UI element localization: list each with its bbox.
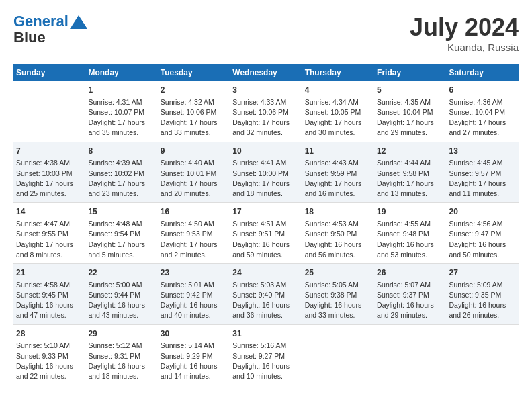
cell-content: Sunrise: 5:01 AM Sunset: 9:42 PM Dayligh… xyxy=(161,280,227,321)
cell-content: Sunrise: 5:07 AM Sunset: 9:37 PM Dayligh… xyxy=(377,280,443,321)
day-header-wednesday: Wednesday xyxy=(230,64,302,81)
cell-content: Sunrise: 5:05 AM Sunset: 9:38 PM Dayligh… xyxy=(305,280,371,321)
cell-content: Sunrise: 4:40 AM Sunset: 10:01 PM Daylig… xyxy=(161,158,227,199)
title-block: July 2024 Kuanda, Russia xyxy=(410,13,519,53)
calendar-cell: 5Sunrise: 4:35 AM Sunset: 10:04 PM Dayli… xyxy=(374,81,446,142)
day-number: 21 xyxy=(16,267,83,279)
cell-content: Sunrise: 5:09 AM Sunset: 9:35 PM Dayligh… xyxy=(449,280,516,321)
cell-content: Sunrise: 4:35 AM Sunset: 10:04 PM Daylig… xyxy=(377,97,443,138)
cell-content: Sunrise: 4:43 AM Sunset: 9:59 PM Dayligh… xyxy=(305,158,371,199)
day-number: 19 xyxy=(377,206,443,218)
calendar-cell: 22Sunrise: 5:00 AM Sunset: 9:44 PM Dayli… xyxy=(85,264,157,325)
calendar-cell: 30Sunrise: 5:14 AM Sunset: 9:29 PM Dayli… xyxy=(158,324,230,385)
calendar-cell: 7Sunrise: 4:38 AM Sunset: 10:03 PM Dayli… xyxy=(13,142,85,203)
calendar-cell: 8Sunrise: 4:39 AM Sunset: 10:02 PM Dayli… xyxy=(85,142,157,203)
calendar-cell: 17Sunrise: 4:51 AM Sunset: 9:51 PM Dayli… xyxy=(230,203,302,264)
calendar-cell: 18Sunrise: 4:53 AM Sunset: 9:50 PM Dayli… xyxy=(302,203,374,264)
cell-content: Sunrise: 5:12 AM Sunset: 9:31 PM Dayligh… xyxy=(88,340,154,381)
day-number: 27 xyxy=(449,267,516,279)
day-number: 4 xyxy=(305,85,371,96)
cell-content: Sunrise: 4:50 AM Sunset: 9:53 PM Dayligh… xyxy=(161,219,227,260)
day-number: 13 xyxy=(449,146,516,157)
day-header-monday: Monday xyxy=(85,64,157,81)
month-title: July 2024 xyxy=(410,13,519,42)
day-number: 22 xyxy=(88,267,154,279)
calendar-cell: 20Sunrise: 4:56 AM Sunset: 9:47 PM Dayli… xyxy=(447,203,519,264)
week-row-3: 14Sunrise: 4:47 AM Sunset: 9:55 PM Dayli… xyxy=(13,203,519,264)
calendar-cell xyxy=(374,324,446,385)
day-number: 12 xyxy=(377,146,443,157)
cell-content: Sunrise: 5:14 AM Sunset: 9:29 PM Dayligh… xyxy=(161,340,227,381)
day-number: 25 xyxy=(305,267,371,279)
week-row-4: 21Sunrise: 4:58 AM Sunset: 9:45 PM Dayli… xyxy=(13,264,519,325)
calendar-cell: 15Sunrise: 4:48 AM Sunset: 9:54 PM Dayli… xyxy=(85,203,157,264)
day-number: 15 xyxy=(88,206,154,218)
day-header-tuesday: Tuesday xyxy=(158,64,230,81)
cell-content: Sunrise: 4:38 AM Sunset: 10:03 PM Daylig… xyxy=(16,158,83,199)
day-number: 2 xyxy=(161,85,227,96)
day-header-friday: Friday xyxy=(374,64,446,81)
cell-content: Sunrise: 4:34 AM Sunset: 10:05 PM Daylig… xyxy=(305,97,371,138)
cell-content: Sunrise: 4:55 AM Sunset: 9:48 PM Dayligh… xyxy=(377,219,443,260)
cell-content: Sunrise: 5:10 AM Sunset: 9:33 PM Dayligh… xyxy=(16,340,83,381)
day-number: 18 xyxy=(305,206,371,218)
cell-content: Sunrise: 5:00 AM Sunset: 9:44 PM Dayligh… xyxy=(88,280,154,321)
cell-content: Sunrise: 4:44 AM Sunset: 9:58 PM Dayligh… xyxy=(377,158,443,199)
calendar-cell: 12Sunrise: 4:44 AM Sunset: 9:58 PM Dayli… xyxy=(374,142,446,203)
day-number: 11 xyxy=(305,146,371,157)
day-number: 3 xyxy=(232,85,299,96)
day-header-thursday: Thursday xyxy=(302,64,374,81)
day-number: 17 xyxy=(232,206,299,218)
calendar-cell: 3Sunrise: 4:33 AM Sunset: 10:06 PM Dayli… xyxy=(230,81,302,142)
calendar-cell xyxy=(302,324,374,385)
calendar-cell: 4Sunrise: 4:34 AM Sunset: 10:05 PM Dayli… xyxy=(302,81,374,142)
cell-content: Sunrise: 4:41 AM Sunset: 10:00 PM Daylig… xyxy=(232,158,299,199)
cell-content: Sunrise: 4:32 AM Sunset: 10:06 PM Daylig… xyxy=(161,97,227,138)
day-number: 10 xyxy=(232,146,299,157)
cell-content: Sunrise: 4:36 AM Sunset: 10:04 PM Daylig… xyxy=(449,97,516,138)
day-number: 7 xyxy=(16,146,83,157)
day-number: 29 xyxy=(88,328,154,340)
calendar-cell: 13Sunrise: 4:45 AM Sunset: 9:57 PM Dayli… xyxy=(447,142,519,203)
day-number: 16 xyxy=(161,206,227,218)
calendar-cell: 16Sunrise: 4:50 AM Sunset: 9:53 PM Dayli… xyxy=(158,203,230,264)
cell-content: Sunrise: 4:39 AM Sunset: 10:02 PM Daylig… xyxy=(88,158,154,199)
cell-content: Sunrise: 4:31 AM Sunset: 10:07 PM Daylig… xyxy=(88,97,154,138)
calendar-cell: 31Sunrise: 5:16 AM Sunset: 9:27 PM Dayli… xyxy=(230,324,302,385)
logo-line2: Blue xyxy=(13,30,87,46)
calendar-cell: 21Sunrise: 4:58 AM Sunset: 9:45 PM Dayli… xyxy=(13,264,85,325)
calendar-cell: 9Sunrise: 4:40 AM Sunset: 10:01 PM Dayli… xyxy=(158,142,230,203)
cell-content: Sunrise: 4:56 AM Sunset: 9:47 PM Dayligh… xyxy=(449,219,516,260)
logo-icon xyxy=(70,15,87,29)
calendar-cell: 6Sunrise: 4:36 AM Sunset: 10:04 PM Dayli… xyxy=(447,81,519,142)
cell-content: Sunrise: 5:03 AM Sunset: 9:40 PM Dayligh… xyxy=(232,280,299,321)
calendar-cell: 28Sunrise: 5:10 AM Sunset: 9:33 PM Dayli… xyxy=(13,324,85,385)
cell-content: Sunrise: 4:45 AM Sunset: 9:57 PM Dayligh… xyxy=(449,158,516,199)
cell-content: Sunrise: 5:16 AM Sunset: 9:27 PM Dayligh… xyxy=(232,340,299,381)
cell-content: Sunrise: 4:47 AM Sunset: 9:55 PM Dayligh… xyxy=(16,219,83,260)
location: Kuanda, Russia xyxy=(410,42,519,53)
day-number: 30 xyxy=(161,328,227,340)
day-header-saturday: Saturday xyxy=(447,64,519,81)
calendar-cell: 24Sunrise: 5:03 AM Sunset: 9:40 PM Dayli… xyxy=(230,264,302,325)
day-number: 5 xyxy=(377,85,443,96)
day-number: 31 xyxy=(232,328,299,340)
day-number: 20 xyxy=(449,206,516,218)
day-number: 24 xyxy=(232,267,299,279)
calendar-cell: 25Sunrise: 5:05 AM Sunset: 9:38 PM Dayli… xyxy=(302,264,374,325)
calendar-cell: 14Sunrise: 4:47 AM Sunset: 9:55 PM Dayli… xyxy=(13,203,85,264)
day-number: 6 xyxy=(449,85,516,96)
logo: General Blue xyxy=(13,13,87,46)
day-header-sunday: Sunday xyxy=(13,64,85,81)
calendar-cell: 23Sunrise: 5:01 AM Sunset: 9:42 PM Dayli… xyxy=(158,264,230,325)
calendar-cell: 19Sunrise: 4:55 AM Sunset: 9:48 PM Dayli… xyxy=(374,203,446,264)
day-number: 14 xyxy=(16,206,83,218)
header-row: SundayMondayTuesdayWednesdayThursdayFrid… xyxy=(13,64,519,81)
day-number: 28 xyxy=(16,328,83,340)
calendar-cell xyxy=(447,324,519,385)
week-row-2: 7Sunrise: 4:38 AM Sunset: 10:03 PM Dayli… xyxy=(13,142,519,203)
cell-content: Sunrise: 4:53 AM Sunset: 9:50 PM Dayligh… xyxy=(305,219,371,260)
calendar-cell: 26Sunrise: 5:07 AM Sunset: 9:37 PM Dayli… xyxy=(374,264,446,325)
calendar-cell xyxy=(13,81,85,142)
calendar-cell: 29Sunrise: 5:12 AM Sunset: 9:31 PM Dayli… xyxy=(85,324,157,385)
